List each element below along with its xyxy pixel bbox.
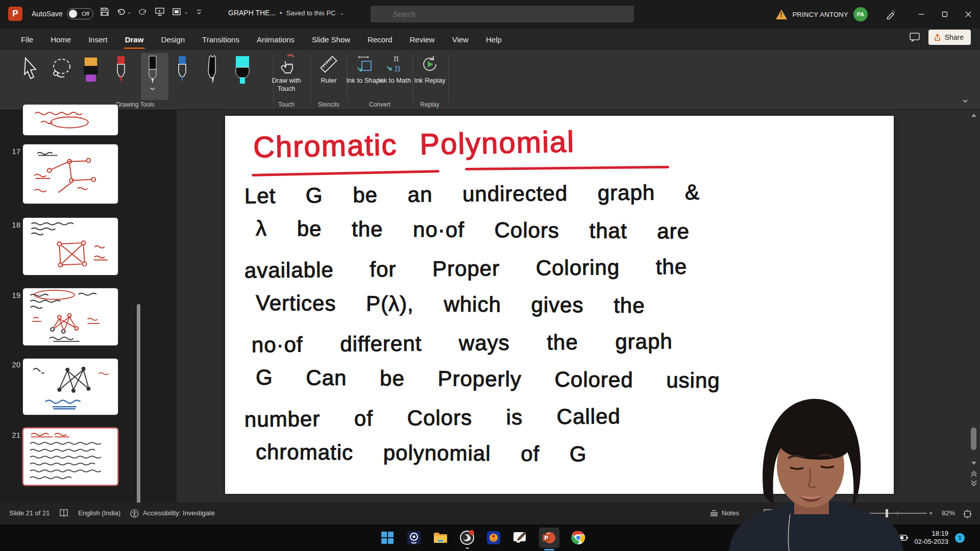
camera-app-icon[interactable] bbox=[406, 530, 422, 545]
scrollbar-thumb[interactable] bbox=[971, 428, 976, 450]
thumbnail-ink-20 bbox=[23, 359, 118, 415]
ink-to-math-button[interactable]: ππ Ink to Math bbox=[379, 54, 410, 85]
accessibility-icon bbox=[130, 509, 139, 518]
presenter-pen-icon[interactable] bbox=[879, 0, 902, 29]
save-status: Saved to this PC bbox=[286, 9, 336, 17]
tab-transitions[interactable]: Transitions bbox=[193, 29, 248, 50]
pen-black-tool-selected[interactable] bbox=[143, 54, 162, 91]
chrome-icon[interactable] bbox=[571, 530, 586, 545]
pen-blue-tool[interactable] bbox=[173, 54, 192, 86]
pen-red-tool[interactable] bbox=[111, 54, 131, 86]
ruler-button[interactable]: Ruler bbox=[312, 54, 345, 85]
taskbar-icons: P bbox=[380, 524, 586, 551]
start-button[interactable] bbox=[380, 530, 395, 545]
ink-to-math-icon: ππ bbox=[384, 54, 405, 74]
thumbnail-number: 18 bbox=[7, 220, 20, 229]
zoom-in-button[interactable]: + bbox=[929, 509, 933, 517]
customize-qat-icon[interactable] bbox=[195, 8, 203, 15]
tab-record[interactable]: Record bbox=[359, 29, 401, 50]
spellcheck-book-icon[interactable] bbox=[59, 509, 68, 517]
group-label-stencils: Stencils bbox=[318, 101, 339, 108]
lasso-select-tool[interactable] bbox=[49, 54, 75, 86]
autosave-toggle[interactable]: Off bbox=[67, 8, 93, 19]
warning-icon[interactable] bbox=[776, 10, 787, 19]
tab-help[interactable]: Help bbox=[477, 29, 510, 50]
undo-button[interactable]: ⌄ bbox=[116, 7, 131, 16]
minimize-button[interactable] bbox=[910, 0, 933, 29]
thumbnail-slide-19[interactable] bbox=[22, 288, 118, 346]
pen-options-chevron-icon[interactable] bbox=[150, 87, 156, 91]
tab-design[interactable]: Design bbox=[152, 29, 193, 50]
cursor-icon bbox=[18, 54, 41, 86]
document-title-area[interactable]: GRAPH THE... • Saved to this PC ⌄ bbox=[228, 9, 344, 17]
thumbnail-slide-21-selected[interactable] bbox=[22, 428, 118, 486]
obs-studio-icon[interactable] bbox=[459, 530, 475, 545]
collapse-ribbon-icon[interactable] bbox=[962, 99, 969, 104]
scroll-up-icon[interactable] bbox=[971, 113, 977, 117]
ink-line: Let G be an undirected graph & bbox=[244, 179, 884, 221]
ribbon-draw: Draw with Touch Ruler Ink to Shape ππ In… bbox=[0, 50, 980, 110]
highlighter-tool[interactable] bbox=[231, 54, 254, 86]
powerpoint-app-icon[interactable]: P bbox=[8, 7, 22, 21]
tab-review[interactable]: Review bbox=[401, 29, 444, 50]
thumbnail-slide-20[interactable] bbox=[22, 358, 118, 415]
draw-with-touch-button[interactable]: Draw with Touch bbox=[264, 54, 308, 93]
tab-draw[interactable]: Draw bbox=[116, 29, 153, 50]
scroll-down-icon[interactable] bbox=[971, 461, 977, 465]
redo-icon[interactable] bbox=[138, 7, 148, 16]
powerpoint-taskbar-icon[interactable]: P bbox=[539, 528, 559, 548]
title-dropdown-chevron[interactable]: ⌄ bbox=[339, 10, 344, 16]
tab-home[interactable]: Home bbox=[42, 29, 80, 50]
notification-badge[interactable]: 1 bbox=[955, 533, 965, 543]
dropdown-chevron[interactable]: ⌄ bbox=[184, 9, 188, 15]
tab-slide-show[interactable]: Slide Show bbox=[303, 29, 359, 50]
manycam-icon[interactable] bbox=[486, 530, 501, 545]
tab-insert[interactable]: Insert bbox=[80, 29, 116, 50]
group-label-replay: Replay bbox=[420, 101, 439, 108]
pen-blue-icon bbox=[173, 54, 192, 86]
next-slide-icon[interactable] bbox=[970, 480, 977, 487]
ribbon-separator bbox=[448, 54, 449, 103]
thumbnail-number: 17 bbox=[7, 147, 20, 156]
vertical-scrollbar[interactable] bbox=[970, 110, 978, 503]
thumbnail-slide-17[interactable] bbox=[22, 144, 118, 204]
fit-to-window-icon[interactable] bbox=[963, 509, 972, 519]
eraser-tool[interactable] bbox=[81, 54, 101, 86]
avatar[interactable]: PA bbox=[853, 7, 868, 21]
save-icon[interactable] bbox=[100, 7, 109, 16]
accessibility-status[interactable]: Accessibility: Investigate bbox=[143, 509, 215, 517]
thumbnail-slide-18[interactable] bbox=[22, 217, 118, 276]
slideshow-icon[interactable] bbox=[155, 7, 165, 16]
language-indicator[interactable]: English (India) bbox=[78, 509, 120, 517]
file-explorer-icon[interactable] bbox=[433, 530, 448, 545]
autosave-control[interactable]: AutoSave Off bbox=[32, 8, 93, 19]
select-tool[interactable] bbox=[18, 54, 41, 86]
slide-indicator[interactable]: Slide 21 of 21 bbox=[9, 509, 50, 517]
svg-text:P: P bbox=[544, 535, 548, 541]
screen-clipping-button[interactable]: ⌄ bbox=[172, 7, 188, 16]
close-button[interactable] bbox=[957, 0, 980, 29]
whiteboard-app-icon[interactable] bbox=[512, 530, 528, 545]
title-underline bbox=[465, 166, 669, 170]
thumbnail-slide-16-partial[interactable] bbox=[22, 104, 118, 136]
comment-icon[interactable] bbox=[909, 32, 920, 42]
zoom-level[interactable]: 82% bbox=[942, 509, 955, 517]
draw-with-touch-icon bbox=[276, 54, 297, 74]
restore-button[interactable] bbox=[933, 0, 957, 29]
tab-animations[interactable]: Animations bbox=[248, 29, 303, 50]
presenter-webcam-overlay bbox=[714, 387, 920, 551]
ink-replay-label: Ink Replay bbox=[408, 77, 452, 85]
draw-with-touch-label: Draw with Touch bbox=[264, 77, 308, 93]
ink-replay-button[interactable]: Ink Replay bbox=[414, 54, 445, 85]
pencil-tool[interactable] bbox=[203, 54, 223, 86]
tab-file[interactable]: File bbox=[12, 29, 42, 50]
powerpoint-window: P AutoSave Off ⌄ ⌄ GRAPH THE... • bbox=[0, 0, 980, 551]
user-name[interactable]: PRINCY ANTONY bbox=[792, 11, 848, 18]
tab-view[interactable]: View bbox=[444, 29, 477, 50]
search-input[interactable] bbox=[371, 6, 634, 22]
ink-line: Vertices P(λ), which gives the bbox=[244, 291, 884, 333]
share-button[interactable]: Share bbox=[928, 30, 971, 45]
undo-dropdown-chevron[interactable]: ⌄ bbox=[127, 9, 131, 15]
previous-slide-icon[interactable] bbox=[970, 470, 977, 478]
ink-to-shape-icon bbox=[355, 54, 375, 74]
